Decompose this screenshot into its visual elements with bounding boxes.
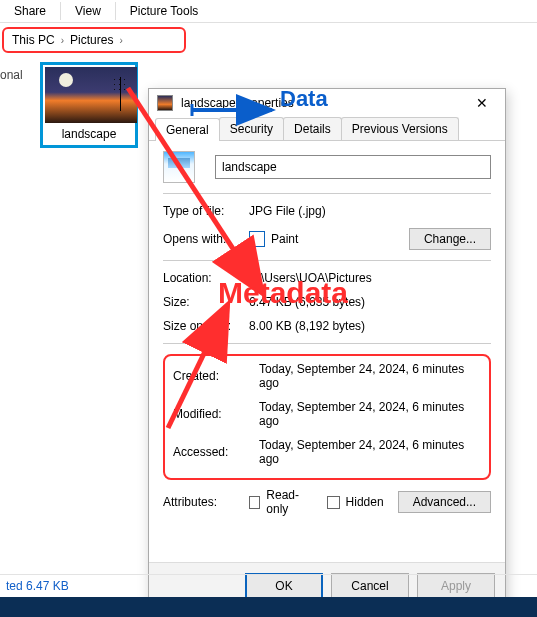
menu-picture-tools[interactable]: Picture Tools (116, 2, 212, 20)
breadcrumb-root[interactable]: This PC (12, 33, 55, 47)
metadata-arrow-1-icon (120, 80, 280, 310)
checkbox-icon (249, 496, 260, 509)
taskbar[interactable] (0, 597, 537, 617)
accessed-label: Accessed: (173, 445, 259, 459)
readonly-label: Read-only (266, 488, 312, 516)
location-value: C:\Users\UOA\Pictures (249, 271, 491, 285)
tab-previous-versions[interactable]: Previous Versions (341, 117, 459, 140)
size-on-disk-value: 8.00 KB (8,192 bytes) (249, 319, 491, 333)
status-size: ted 6.47 KB (6, 579, 69, 593)
hidden-checkbox[interactable]: Hidden (327, 495, 384, 509)
size-value: 6.47 KB (6,635 bytes) (249, 295, 491, 309)
status-bar: ted 6.47 KB (0, 574, 537, 597)
chevron-right-icon: › (61, 35, 64, 46)
modified-value: Today, September 24, 2024, 6 minutes ago (259, 400, 481, 428)
type-value: JPG File (.jpg) (249, 204, 491, 218)
breadcrumb-folder[interactable]: Pictures (70, 33, 113, 47)
metadata-arrow-2-icon (160, 298, 240, 438)
attributes-label: Attributes: (163, 495, 249, 509)
change-button[interactable]: Change... (409, 228, 491, 250)
svg-line-2 (128, 88, 260, 290)
close-button[interactable]: ✕ (467, 95, 497, 111)
moon-icon (59, 73, 73, 87)
breadcrumb[interactable]: This PC › Pictures › (2, 27, 186, 53)
readonly-checkbox[interactable]: Read-only (249, 488, 313, 516)
opens-with-value: Paint (271, 232, 403, 246)
accessed-value: Today, September 24, 2024, 6 minutes ago (259, 438, 481, 466)
created-value: Today, September 24, 2024, 6 minutes ago (259, 362, 481, 390)
nav-item-truncated[interactable]: onal (0, 68, 23, 82)
hidden-label: Hidden (346, 495, 384, 509)
chevron-right-icon: › (119, 35, 122, 46)
svg-line-3 (168, 308, 226, 428)
checkbox-icon (327, 496, 340, 509)
advanced-button[interactable]: Advanced... (398, 491, 491, 513)
menubar: Share View Picture Tools (0, 0, 537, 23)
tab-details[interactable]: Details (283, 117, 342, 140)
menu-share[interactable]: Share (0, 2, 61, 20)
menu-view[interactable]: View (61, 2, 116, 20)
